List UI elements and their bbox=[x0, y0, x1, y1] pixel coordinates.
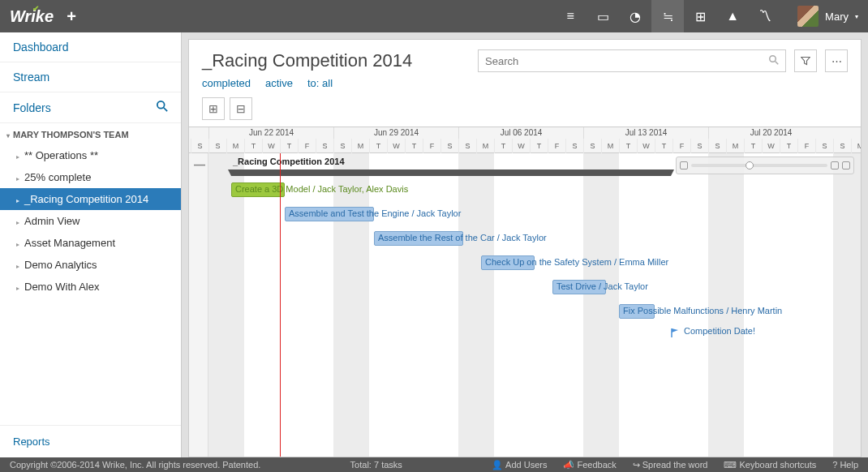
task-bar[interactable]: Test Drive / Jack Taylor bbox=[552, 280, 606, 294]
task-bar[interactable]: Create a 3D Model / Jack Taylor, Alex Da… bbox=[231, 182, 285, 197]
tree-node-alex[interactable]: Demo With Alex bbox=[0, 276, 181, 298]
day-label: S bbox=[565, 139, 583, 153]
week-label: Jul 20 2014 bbox=[708, 127, 833, 139]
gantt-panel: _Racing Competition 2014 ⋯ completed act… bbox=[188, 39, 862, 457]
svg-line-1 bbox=[164, 108, 167, 111]
day-label: M bbox=[726, 139, 744, 153]
help-link[interactable]: ? Help bbox=[832, 460, 858, 470]
day-label: M bbox=[476, 139, 494, 153]
nav-dashboard[interactable]: Dashboard bbox=[0, 32, 181, 62]
day-label: F bbox=[298, 139, 316, 153]
user-menu[interactable]: Mary ▾ bbox=[797, 6, 858, 27]
day-label: W bbox=[387, 139, 405, 153]
milestone-icon[interactable]: Competition Date! bbox=[671, 328, 681, 337]
task-bar[interactable]: Check Up on the Safety System / Emma Mil… bbox=[481, 255, 535, 270]
filter-bar: completed active to: all bbox=[189, 77, 861, 97]
day-label: M bbox=[851, 139, 861, 153]
day-label: S bbox=[440, 139, 458, 153]
timeline: Jun 22 2014 Jun 29 2014 Jul 06 2014 Jul … bbox=[189, 127, 861, 457]
tree-node-25complete[interactable]: 25% complete bbox=[0, 166, 181, 188]
day-label: W bbox=[512, 139, 530, 153]
copyright: Copyright ©2006-2014 Wrike, Inc. All rig… bbox=[10, 460, 260, 470]
day-label: S bbox=[316, 139, 333, 153]
tree-node-admin[interactable]: Admin View bbox=[0, 210, 181, 232]
today-line bbox=[280, 153, 281, 457]
day-label: T bbox=[369, 139, 387, 153]
shortcuts-link[interactable]: ⌨ Keyboard shortcuts bbox=[724, 460, 816, 470]
zoom-out-icon[interactable] bbox=[680, 161, 688, 169]
collapse-icon[interactable]: — bbox=[194, 158, 205, 171]
day-label: S bbox=[583, 139, 601, 153]
day-label: T bbox=[280, 139, 298, 153]
zoom-control[interactable] bbox=[676, 157, 854, 174]
day-label: S bbox=[191, 139, 208, 153]
timeline-gutter: — bbox=[189, 153, 208, 457]
day-label: S bbox=[690, 139, 708, 153]
search-input[interactable] bbox=[478, 49, 786, 72]
day-label: T bbox=[244, 139, 262, 153]
day-label: W bbox=[262, 139, 280, 153]
add-button[interactable]: + bbox=[62, 6, 81, 26]
collapse-all-button[interactable]: ⊟ bbox=[230, 97, 252, 120]
task-bar[interactable]: Fix Possible Malfunctions / Henry Martin bbox=[619, 304, 655, 319]
day-label: F bbox=[672, 139, 690, 153]
feedback-link[interactable]: 📣 Feedback bbox=[563, 460, 616, 470]
day-label: F bbox=[797, 139, 815, 153]
workload-view-icon[interactable]: ▲ bbox=[716, 0, 749, 32]
task-bar[interactable]: Assemble and Test the Engine / Jack Tayl… bbox=[285, 207, 374, 221]
topbar: Wrike✔ + ≡ ▭ ◔ ≒ ⊞ ▲ 〽 Mary ▾ bbox=[0, 0, 868, 32]
timeline-body[interactable]: — _Racing Competition 2014 Create a 3D M… bbox=[189, 153, 861, 457]
zoom-in-icon[interactable] bbox=[831, 161, 839, 169]
nav-stream[interactable]: Stream bbox=[0, 62, 181, 92]
folder-tree: MARY THOMPSON'S TEAM ** Operations ** 25… bbox=[0, 123, 181, 425]
add-users-link[interactable]: 👤 Add Users bbox=[492, 460, 547, 470]
avatar bbox=[797, 6, 819, 27]
analytics-view-icon[interactable]: 〽 bbox=[749, 0, 781, 32]
spread-link[interactable]: ↪ Spread the word bbox=[633, 460, 708, 470]
timeline-header: Jun 22 2014 Jun 29 2014 Jul 06 2014 Jul … bbox=[189, 127, 861, 153]
day-label: T bbox=[494, 139, 512, 153]
task-bar[interactable]: Assemble the Rest of the Car / Jack Tayl… bbox=[374, 231, 463, 246]
day-label: W bbox=[637, 139, 655, 153]
app-logo: Wrike✔ bbox=[10, 7, 54, 26]
day-label: T bbox=[780, 139, 797, 153]
timelog-view-icon[interactable]: ◔ bbox=[619, 0, 651, 32]
day-label: M bbox=[226, 139, 244, 153]
svg-point-2 bbox=[770, 55, 776, 62]
filter-completed[interactable]: completed bbox=[202, 77, 251, 89]
more-button[interactable]: ⋯ bbox=[825, 49, 848, 72]
day-label: F bbox=[423, 139, 440, 153]
zoom-slider[interactable] bbox=[691, 164, 827, 167]
search-icon[interactable] bbox=[157, 101, 168, 114]
week-label: Jun 29 2014 bbox=[333, 127, 458, 139]
table-view-icon[interactable]: ⊞ bbox=[684, 0, 716, 32]
user-name: Mary bbox=[825, 11, 849, 23]
svg-point-0 bbox=[157, 101, 165, 109]
filter-active[interactable]: active bbox=[265, 77, 293, 89]
nav-folders[interactable]: Folders bbox=[0, 92, 181, 123]
expand-all-button[interactable]: ⊞ bbox=[202, 97, 225, 120]
filter-button[interactable] bbox=[794, 49, 817, 72]
tree-group[interactable]: MARY THOMPSON'S TEAM bbox=[0, 125, 181, 144]
chat-view-icon[interactable]: ▭ bbox=[587, 0, 619, 32]
tree-node-operations[interactable]: ** Operations ** bbox=[0, 144, 181, 166]
day-label: F bbox=[548, 139, 565, 153]
tree-node-racing[interactable]: _Racing Competition 2014 bbox=[0, 188, 181, 210]
day-label: T bbox=[619, 139, 637, 153]
day-label: W bbox=[762, 139, 780, 153]
zoom-fit-icon[interactable] bbox=[842, 161, 850, 169]
week-label: Jun 22 2014 bbox=[208, 127, 333, 139]
timeline-view-icon[interactable]: ≒ bbox=[651, 0, 684, 32]
footer: Copyright ©2006-2014 Wrike, Inc. All rig… bbox=[0, 457, 868, 472]
list-view-icon[interactable]: ≡ bbox=[554, 0, 587, 32]
summary-bar[interactable] bbox=[231, 169, 671, 176]
task-total: Total: 7 tasks bbox=[350, 460, 402, 470]
day-label: T bbox=[530, 139, 548, 153]
filter-to[interactable]: to: all bbox=[307, 77, 333, 89]
summary-label: _Racing Competition 2014 bbox=[233, 157, 345, 166]
day-label: T bbox=[405, 139, 423, 153]
tree-node-asset[interactable]: Asset Management bbox=[0, 232, 181, 254]
nav-reports[interactable]: Reports bbox=[0, 425, 181, 457]
tree-node-analytics[interactable]: Demo Analytics bbox=[0, 254, 181, 276]
svg-line-3 bbox=[776, 61, 779, 64]
